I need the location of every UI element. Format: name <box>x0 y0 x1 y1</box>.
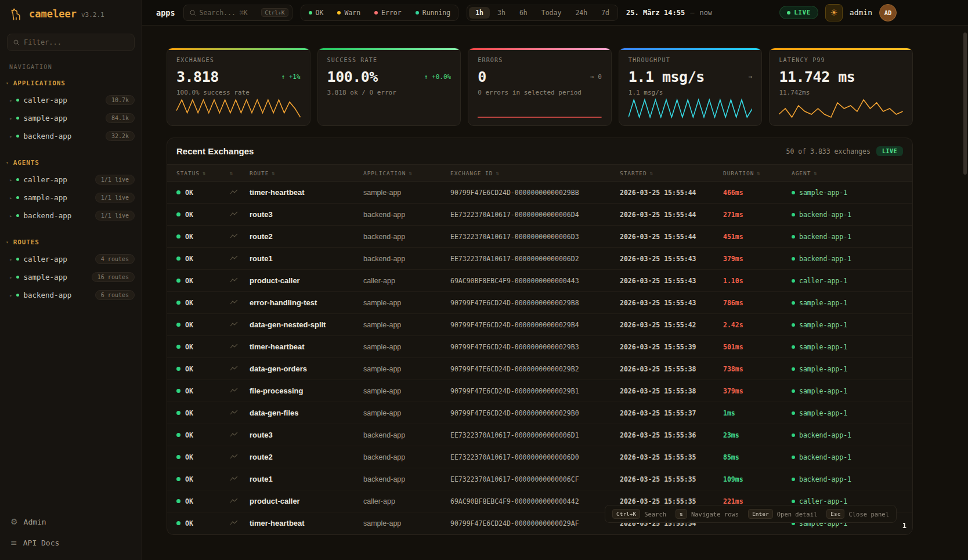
sidebar-item-applications-backend-app[interactable]: ▸backend-app32.2k <box>0 127 142 145</box>
sidebar-filter-input[interactable] <box>24 38 129 46</box>
filter-chip-warn[interactable]: Warn <box>331 7 366 19</box>
chevron-right-icon: ▸ <box>9 256 12 262</box>
column-label: ROUTE <box>250 170 269 176</box>
date-range-control[interactable]: 25. März 14:55 — now <box>626 9 712 17</box>
status-cell: OK <box>176 343 230 351</box>
sidebar-footer-api-docs[interactable]: ≡API Docs <box>0 532 142 553</box>
sidebar-item-agents-sample-app[interactable]: ▸sample-app1/1 live <box>0 189 142 207</box>
table-row[interactable]: OKdata-gen-orderssample-app90799F47E6CD2… <box>167 358 912 380</box>
date-range-separator: — <box>690 9 694 17</box>
column-header-status[interactable]: STATUS⇅ <box>176 170 230 176</box>
sidebar-item-applications-caller-app[interactable]: ▸caller-app10.7k <box>0 91 142 109</box>
sidebar-item-routes-caller-app[interactable]: ▸caller-app4 routes <box>0 250 142 268</box>
range-button-7d[interactable]: 7d <box>595 7 616 19</box>
global-search[interactable]: Ctrl+K <box>183 5 292 21</box>
theme-toggle-button[interactable]: ☀ <box>825 4 843 21</box>
table-row[interactable]: OKdata-gen-nested-splitsample-app90799F4… <box>167 314 912 336</box>
agent-name: backend-app-1 <box>799 211 851 219</box>
table-row[interactable]: OKroute1backend-appEE7322370A10617-00000… <box>167 468 912 490</box>
column-header-application[interactable]: APPLICATION⇅ <box>363 170 450 176</box>
scrollbar-thumb[interactable] <box>963 32 967 175</box>
status-dot <box>416 11 419 15</box>
live-toggle[interactable]: LIVE <box>779 6 818 19</box>
filter-chip-running[interactable]: Running <box>410 7 456 19</box>
table-row[interactable]: OKroute3backend-appEE7322370A10617-00000… <box>167 424 912 446</box>
exchange-id-cell: 90799F47E6CD24D-00000000000029AF <box>450 519 620 528</box>
range-button-3h[interactable]: 3h <box>491 7 512 19</box>
sort-icon: ⇅ <box>496 170 499 176</box>
agent-cell: backend-app-1 <box>792 453 903 461</box>
table-row[interactable]: OKtimer-heartbeatsample-app90799F47E6CD2… <box>167 182 912 204</box>
sidebar-item-applications-sample-app[interactable]: ▸sample-app84.1k <box>0 109 142 127</box>
ok-status-dot <box>176 411 180 415</box>
column-header-duration[interactable]: DURATION⇅ <box>723 170 792 176</box>
trend-cell <box>230 475 250 483</box>
sidebar-item-agents-caller-app[interactable]: ▸caller-app1/1 live <box>0 171 142 189</box>
range-button-24h[interactable]: 24h <box>569 7 594 19</box>
sidebar-item-agents-backend-app[interactable]: ▸backend-app1/1 live <box>0 207 142 225</box>
route-cell: data-gen-orders <box>250 364 363 373</box>
sidebar-section-header-applications[interactable]: ▾APPLICATIONS <box>0 73 142 91</box>
started-cell: 2026-03-25 15:55:35 <box>620 453 723 461</box>
agent-status-dot <box>792 367 795 371</box>
filter-chip-ok[interactable]: OK <box>303 7 330 19</box>
table-row[interactable]: OKerror-handling-testsample-app90799F47E… <box>167 292 912 314</box>
agent-status-dot <box>792 323 795 327</box>
search-input[interactable] <box>200 9 258 17</box>
table-row[interactable]: OKdata-gen-filessample-app90799F47E6CD24… <box>167 402 912 424</box>
sidebar-filter[interactable] <box>7 34 135 51</box>
user-avatar[interactable]: AD <box>879 4 897 21</box>
status-cell: OK <box>176 365 230 373</box>
duration-cell: 221ms <box>723 497 792 505</box>
table-row[interactable]: OKtimer-heartbeatsample-app90799F47E6CD2… <box>167 336 912 358</box>
status-text: OK <box>185 343 193 351</box>
range-button-today[interactable]: Today <box>535 7 568 19</box>
application-cell: sample-app <box>363 299 450 307</box>
status-text: OK <box>185 255 193 263</box>
sparkline <box>176 97 301 118</box>
hint-kbd: ⇅ <box>676 509 687 519</box>
table-row[interactable]: OKroute1backend-appEE7322370A10617-00000… <box>167 248 912 270</box>
sidebar-section-header-routes[interactable]: ▾ROUTES <box>0 232 142 250</box>
column-header-exchange-id[interactable]: EXCHANGE ID⇅ <box>450 170 620 176</box>
sidebar-footer-admin[interactable]: ⚙Admin <box>0 511 142 532</box>
stat-value: 3.818 <box>176 68 219 85</box>
trend-icon <box>230 255 238 261</box>
sort-icon: ⇅ <box>409 170 412 176</box>
status-text: OK <box>185 497 193 505</box>
column-header-started[interactable]: STARTED⇅ <box>620 170 723 176</box>
column-header-col[interactable]: ⇅ <box>230 170 250 176</box>
column-header-agent[interactable]: AGENT⇅ <box>792 170 903 176</box>
table-row[interactable]: OKproduct-callercaller-app69AC90BF8EBC4F… <box>167 270 912 292</box>
item-count-badge: 4 routes <box>95 254 135 264</box>
chevron-right-icon: ▸ <box>9 115 12 121</box>
item-count-badge: 16 routes <box>92 272 135 282</box>
accent-bar <box>318 48 461 50</box>
agent-name: sample-app-1 <box>799 343 847 351</box>
table-body: OKtimer-heartbeatsample-app90799F47E6CD2… <box>167 182 912 534</box>
range-button-1h[interactable]: 1h <box>469 7 490 19</box>
live-badge: LIVE <box>876 146 903 156</box>
status-cell: OK <box>176 189 230 197</box>
sidebar-item-routes-sample-app[interactable]: ▸sample-app16 routes <box>0 268 142 286</box>
status-dot <box>309 11 312 15</box>
route-cell: route3 <box>250 210 363 219</box>
app-name: cameleer <box>29 8 77 20</box>
filter-chip-label: Error <box>381 9 402 17</box>
range-button-6h[interactable]: 6h <box>513 7 534 19</box>
agent-cell: backend-app-1 <box>792 211 903 219</box>
sidebar-section-header-agents[interactable]: ▾AGENTS <box>0 152 142 171</box>
table-row[interactable]: OKroute3backend-appEE7322370A10617-00000… <box>167 204 912 226</box>
table-row[interactable]: OKroute2backend-appEE7322370A10617-00000… <box>167 226 912 248</box>
chevron-right-icon: ▸ <box>9 292 12 298</box>
sidebar-item-routes-backend-app[interactable]: ▸backend-app6 routes <box>0 286 142 304</box>
table-row[interactable]: OKfile-processingsample-app90799F47E6CD2… <box>167 380 912 402</box>
ok-status-dot <box>176 279 180 283</box>
filter-chip-error[interactable]: Error <box>369 7 407 19</box>
table-row[interactable]: OKroute2backend-appEE7322370A10617-00000… <box>167 446 912 468</box>
route-cell: route2 <box>250 232 363 241</box>
trend-cell <box>230 188 250 197</box>
status-cell: OK <box>176 409 230 417</box>
column-header-route[interactable]: ROUTE⇅ <box>250 170 363 176</box>
status-dot <box>16 178 19 181</box>
